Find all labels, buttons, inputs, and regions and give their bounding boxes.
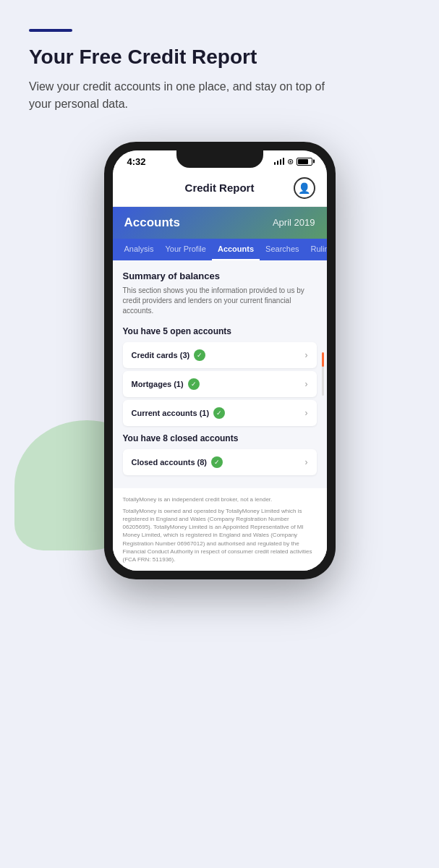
chevron-icon-mortgages: › (305, 379, 308, 389)
current-accounts-label: Current accounts (1) (132, 409, 210, 417)
tab-analysis[interactable]: Analysis (119, 239, 160, 260)
accounts-header-date: April 2019 (273, 217, 315, 228)
check-icon-credit-cards: ✓ (194, 349, 205, 361)
scroll-indicator (322, 352, 324, 396)
app-content: Summary of balances This section shows y… (113, 260, 327, 488)
scroll-thumb (322, 352, 324, 367)
credit-cards-label: Credit cards (3) (132, 351, 190, 359)
accounts-header: Accounts April 2019 (113, 207, 327, 239)
check-icon-mortgages: ✓ (188, 378, 200, 390)
closed-accounts-label: You have 8 closed accounts (123, 433, 317, 443)
accounts-header-title: Accounts (124, 216, 180, 230)
account-row-closed-accounts[interactable]: Closed accounts (8) ✓ › (123, 449, 317, 475)
app-footer: TotallyMoney is an independent credit br… (113, 488, 327, 571)
tab-searches[interactable]: Searches (260, 239, 304, 260)
app-title: Credit Report (146, 182, 294, 194)
accent-line (29, 29, 72, 32)
nav-tabs: Analysis Your Profile Accounts Searches … (113, 239, 327, 260)
tab-accounts[interactable]: Accounts (212, 239, 260, 260)
hero-title: Your Free Credit Report (29, 45, 257, 69)
tab-rulings[interactable]: Rulings (305, 239, 327, 260)
section-desc: This section shows you the information p… (123, 286, 317, 316)
account-row-mortgages[interactable]: Mortgages (1) ✓ › (123, 371, 317, 397)
open-accounts-label: You have 5 open accounts (123, 326, 317, 336)
check-icon-closed-accounts: ✓ (211, 456, 223, 468)
mortgages-label: Mortgages (1) (132, 380, 184, 388)
phone-inner: 4:32 ⊛ (113, 150, 327, 571)
section-title: Summary of balances (123, 271, 317, 281)
phone-frame: 4:32 ⊛ (104, 142, 336, 580)
battery-icon (297, 158, 312, 166)
account-row-credit-cards[interactable]: Credit cards (3) ✓ › (123, 342, 317, 368)
status-icons: ⊛ (274, 157, 312, 166)
account-row-current-accounts[interactable]: Current accounts (1) ✓ › (123, 400, 317, 426)
closed-accounts-name: Closed accounts (8) (132, 458, 208, 467)
footer-short: TotallyMoney is an independent credit br… (123, 495, 317, 503)
tab-your-profile[interactable]: Your Profile (159, 239, 211, 260)
phone-notch (176, 150, 263, 168)
chevron-icon-closed-accounts: › (305, 457, 308, 467)
phone-mockup: 4:32 ⊛ (29, 142, 410, 580)
status-time: 4:32 (127, 156, 146, 167)
app-header: Credit Report 👤 (113, 170, 327, 207)
signal-icon (274, 158, 284, 165)
chevron-icon-current-accounts: › (305, 408, 308, 418)
page: Your Free Credit Report View your credit… (29, 29, 410, 579)
profile-button[interactable]: 👤 (294, 177, 315, 199)
check-icon-current-accounts: ✓ (213, 407, 225, 419)
wifi-icon: ⊛ (287, 157, 294, 166)
chevron-icon-credit-cards: › (305, 350, 308, 360)
hero-subtitle: View your credit accounts in one place, … (29, 78, 333, 113)
footer-long: TotallyMoney is owned and operated by To… (123, 507, 317, 563)
